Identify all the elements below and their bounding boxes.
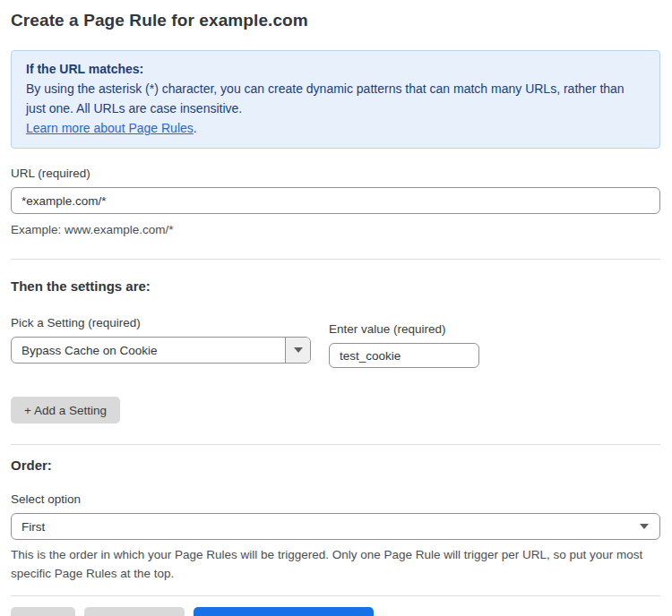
order-select-value: First <box>12 520 640 534</box>
info-box-link-line: Learn more about Page Rules. <box>26 118 645 138</box>
enter-value-field: Enter value (required) <box>329 322 479 368</box>
save-deploy-button[interactable]: Save and Deploy Page Rule <box>194 607 375 616</box>
add-setting-button[interactable]: + Add a Setting <box>11 397 120 424</box>
page-title: Create a Page Rule for example.com <box>11 11 660 30</box>
url-example-text: Example: www.example.com/* <box>11 220 660 240</box>
url-label: URL (required) <box>11 167 660 180</box>
divider <box>11 259 660 260</box>
link-period: . <box>194 121 197 135</box>
settings-row: Pick a Setting (required) Bypass Cache o… <box>11 316 660 368</box>
order-helper-text: This is the order in which your Page Rul… <box>11 545 660 583</box>
order-heading: Order: <box>11 458 660 473</box>
settings-heading: Then the settings are: <box>11 278 660 294</box>
learn-more-link[interactable]: Learn more about Page Rules <box>26 121 194 135</box>
order-select-label: Select option <box>11 492 660 506</box>
footer-actions: Cancel Save as Draft Save and Deploy Pag… <box>11 607 660 616</box>
cancel-button[interactable]: Cancel <box>11 607 75 616</box>
setting-select[interactable]: Bypass Cache on Cookie <box>11 337 311 364</box>
order-select[interactable]: First <box>11 513 660 540</box>
info-box-heading: If the URL matches: <box>26 59 645 79</box>
save-draft-button[interactable]: Save as Draft <box>84 607 185 616</box>
info-box-body: By using the asterisk (*) character, you… <box>26 79 645 118</box>
chevron-down-icon <box>640 524 649 529</box>
pick-setting-label: Pick a Setting (required) <box>11 316 311 329</box>
order-section: Select option First This is the order in… <box>11 492 660 583</box>
create-page-rule-panel: Create a Page Rule for example.com If th… <box>0 0 672 616</box>
divider <box>11 444 660 445</box>
url-input[interactable] <box>11 187 660 214</box>
pick-setting-field: Pick a Setting (required) Bypass Cache o… <box>11 316 311 368</box>
setting-value-input[interactable] <box>329 343 479 368</box>
enter-value-label: Enter value (required) <box>329 322 479 336</box>
divider <box>11 595 660 596</box>
setting-select-value: Bypass Cache on Cookie <box>12 344 285 357</box>
url-section: URL (required) Example: www.example.com/… <box>11 167 660 240</box>
setting-select-arrow-button[interactable] <box>285 338 310 363</box>
url-match-info-box: If the URL matches: By using the asteris… <box>11 50 660 149</box>
chevron-down-icon <box>294 347 303 353</box>
